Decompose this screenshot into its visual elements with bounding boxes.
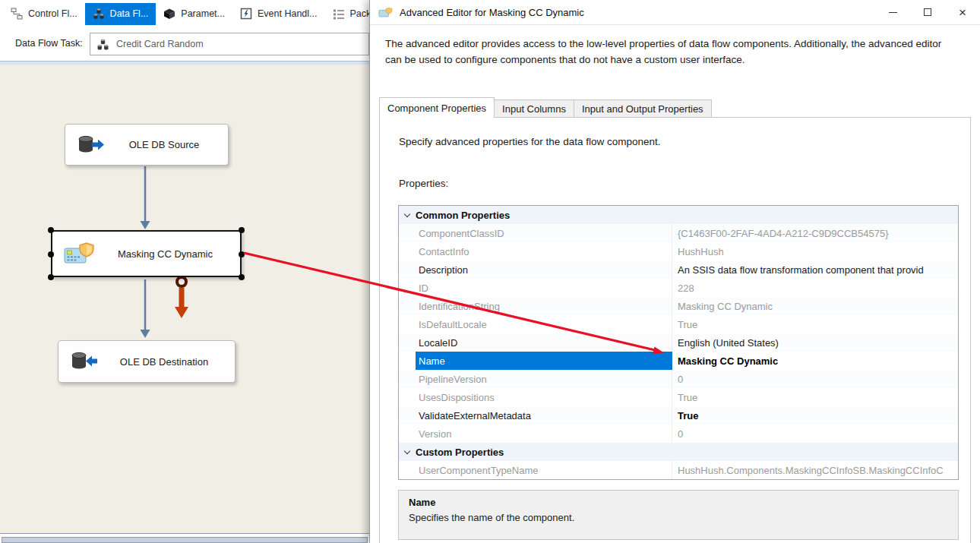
close-button[interactable]: × <box>945 0 980 24</box>
maximize-icon <box>924 8 931 16</box>
property-row[interactable]: LocaleIDEnglish (United States) <box>399 333 958 352</box>
horizontal-scrollbar[interactable] <box>2 537 368 543</box>
property-row[interactable]: PipelineVersion0 <box>399 370 958 388</box>
property-name[interactable]: Version <box>416 425 672 443</box>
property-name[interactable]: ComponentClassID <box>416 224 672 242</box>
selection-handle[interactable] <box>48 274 54 280</box>
property-value[interactable]: True <box>672 315 958 333</box>
property-name[interactable]: Description <box>416 260 672 279</box>
maximize-button[interactable] <box>910 0 945 24</box>
selection-handle[interactable] <box>48 251 54 257</box>
tab-parameters[interactable]: Paramet... <box>156 3 232 25</box>
property-row[interactable]: ID228 <box>399 279 958 297</box>
property-row[interactable]: IdentificationStringMasking CC Dynamic <box>399 297 958 315</box>
window-controls: × <box>875 0 980 24</box>
property-value[interactable]: True <box>672 406 958 425</box>
node-label: OLE DB Destination <box>98 356 235 368</box>
tab-input-output-properties[interactable]: Input and Output Properties <box>574 99 712 118</box>
property-value[interactable]: 228 <box>672 279 958 297</box>
data-flow-task-label: Data Flow Task: <box>15 38 83 49</box>
property-value[interactable]: True <box>672 388 958 406</box>
dialog-icon <box>378 6 393 19</box>
group-label: Common Properties <box>416 206 510 224</box>
node-label: OLE DB Source <box>105 139 228 150</box>
panel-caption: Specify advanced properties for the data… <box>399 136 660 147</box>
property-value[interactable]: Masking CC Dynamic <box>672 297 958 315</box>
property-row[interactable]: NameMasking CC Dynamic <box>399 352 958 370</box>
property-value[interactable]: 0 <box>672 425 958 443</box>
selection-handle[interactable] <box>48 227 54 233</box>
component-properties-panel: Specify advanced properties for the data… <box>379 117 971 543</box>
parameters-icon <box>163 8 175 20</box>
tab-label: Control Fl... <box>28 8 77 19</box>
property-name[interactable]: Name <box>416 352 672 370</box>
group-label: Custom Properties <box>416 443 504 461</box>
property-grid: Common PropertiesComponentClassID{C1463F… <box>398 205 959 480</box>
tab-label: Package... <box>350 8 369 19</box>
selection-handle[interactable] <box>239 274 245 280</box>
property-name[interactable]: IsDefaultLocale <box>416 315 672 333</box>
tab-data-flow[interactable]: Data Fl... <box>85 3 156 25</box>
masking-cc-icon <box>63 242 95 266</box>
tab-control-flow[interactable]: Control Fl... <box>3 3 85 25</box>
tab-label: Data Fl... <box>110 8 149 19</box>
tab-event-handlers[interactable]: Event Handl... <box>232 3 325 25</box>
chevron-down-icon[interactable] <box>404 210 410 216</box>
property-value[interactable]: Masking CC Dynamic <box>672 352 958 370</box>
property-name[interactable]: IdentificationString <box>416 297 672 315</box>
tab-component-properties[interactable]: Component Properties <box>379 97 495 118</box>
tab-label: Component Properties <box>387 103 486 114</box>
property-row[interactable]: DescriptionAn SSIS data flow transformat… <box>399 260 958 279</box>
property-row[interactable]: UserComponentTypeNameHushHush.Components… <box>399 461 958 479</box>
property-row[interactable]: ComponentClassID{C1463F00-2FAF-4AD4-A212… <box>399 224 958 242</box>
tab-label: Event Handl... <box>258 8 318 19</box>
dialog-tab-strip: Component Properties Input Columns Input… <box>379 97 712 118</box>
property-row[interactable]: IsDefaultLocaleTrue <box>399 315 958 333</box>
property-name[interactable]: ValidateExternalMetadata <box>416 406 672 425</box>
tab-label: Input and Output Properties <box>582 103 703 115</box>
selection-handle[interactable] <box>239 227 245 233</box>
property-row[interactable]: ContactInfoHushHush <box>399 242 958 260</box>
property-value[interactable]: 0 <box>672 370 958 388</box>
property-value[interactable]: An SSIS data flow transformation compone… <box>672 260 958 279</box>
property-value[interactable]: HushHush <box>672 242 958 260</box>
property-name[interactable]: PipelineVersion <box>416 370 672 388</box>
property-row[interactable]: ValidateExternalMetadataTrue <box>399 406 958 425</box>
property-value[interactable]: HushHush.Components.MaskingCCInfoSB.Mask… <box>672 461 958 479</box>
ole-db-destination-icon <box>69 350 98 373</box>
data-flow-task-combo[interactable]: Credit Card Random <box>90 33 369 55</box>
property-name[interactable]: ID <box>416 279 672 297</box>
dialog-title-bar[interactable]: Advanced Editor for Masking CC Dynamic × <box>370 0 980 25</box>
tab-label: Paramet... <box>181 8 225 19</box>
minimize-button[interactable] <box>875 0 910 24</box>
chevron-down-icon[interactable] <box>404 447 410 453</box>
data-flow-task-icon <box>96 38 109 51</box>
property-group-row[interactable]: Custom Properties <box>399 443 958 461</box>
package-explorer-icon <box>333 8 345 20</box>
designer-panel: Control Fl... Data Fl... <box>0 0 369 543</box>
node-label: Masking CC Dynamic <box>95 248 240 260</box>
tab-package-explorer[interactable]: Package... <box>325 3 369 25</box>
node-ole-db-destination[interactable]: OLE DB Destination <box>58 340 236 383</box>
property-name[interactable]: ContactInfo <box>416 242 672 260</box>
selection-handle[interactable] <box>239 251 245 257</box>
designer-tab-strip: Control Fl... Data Fl... <box>0 0 369 27</box>
property-name[interactable]: LocaleID <box>416 333 672 352</box>
property-name[interactable]: UserComponentTypeName <box>416 461 672 479</box>
property-group-row[interactable]: Common Properties <box>399 206 958 224</box>
properties-label: Properties: <box>399 178 448 189</box>
tab-label: Input Columns <box>502 103 566 115</box>
tab-input-columns[interactable]: Input Columns <box>495 99 574 118</box>
property-help-title: Name <box>409 497 948 508</box>
property-name[interactable]: UsesDispositions <box>416 388 672 406</box>
control-flow-icon <box>11 8 23 20</box>
property-row[interactable]: Version0 <box>399 425 958 443</box>
node-masking-cc-dynamic[interactable]: Masking CC Dynamic <box>51 230 242 277</box>
property-value[interactable]: {C1463F00-2FAF-4AD4-A212-C9D9CCB54575} <box>672 224 958 242</box>
property-row[interactable]: UsesDispositionsTrue <box>399 388 958 406</box>
property-value[interactable]: English (United States) <box>672 333 958 352</box>
node-ole-db-source[interactable]: OLE DB Source <box>65 124 229 166</box>
property-help-text: Specifies the name of the component. <box>409 512 948 523</box>
advanced-editor-dialog: Advanced Editor for Masking CC Dynamic ×… <box>369 0 980 543</box>
data-flow-task-bar: Data Flow Task: Credit Card Random <box>0 27 369 61</box>
